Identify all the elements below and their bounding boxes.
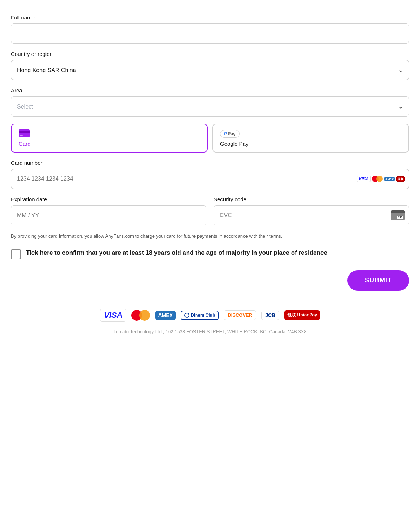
card-number-input[interactable]: [11, 169, 409, 189]
footer-discover-icon: DISCOVER: [224, 310, 256, 320]
cvc-input[interactable]: [214, 205, 409, 225]
mastercard-logo-icon: [372, 175, 383, 183]
area-select-wrapper: Select ⌄: [11, 96, 409, 117]
submit-row: SUBMIT: [11, 270, 409, 291]
visa-logo-icon: VISA: [357, 176, 371, 182]
footer-amex-icon: AMEX: [155, 311, 175, 320]
unionpay-logo-icon: 银联: [396, 176, 405, 182]
full-name-label: Full name: [11, 14, 409, 21]
area-select[interactable]: Select: [11, 96, 409, 117]
footer-company-text: Tomato Technology Ltd., 102 1538 FOSTER …: [11, 329, 409, 334]
footer-logos: VISA AMEX Diners Club DISCOVER JCB 银联 Un…: [11, 309, 409, 322]
country-select[interactable]: Hong Kong SAR China: [11, 60, 409, 80]
age-confirm-checkbox[interactable]: [11, 249, 21, 259]
age-confirm-row: Tick here to confirm that you are at lea…: [11, 249, 409, 259]
payment-methods: Card GPay Google Pay: [11, 124, 409, 153]
footer-jcb-icon: JCB: [261, 311, 279, 320]
footer-diners-icon: Diners Club: [181, 311, 219, 320]
svg-rect-1: [19, 131, 30, 133]
security-col: Security code 135: [214, 196, 409, 225]
footer-visa-icon: VISA: [100, 309, 126, 322]
card-number-label: Card number: [11, 160, 409, 166]
area-group: Area Select ⌄: [11, 87, 409, 117]
country-group: Country or region Hong Kong SAR China ⌄: [11, 51, 409, 80]
disclaimer-text: By providing your card information, you …: [11, 233, 409, 240]
svg-rect-0: [19, 129, 30, 137]
country-select-wrapper: Hong Kong SAR China ⌄: [11, 60, 409, 80]
payment-card-label: Card: [19, 141, 31, 147]
card-number-wrapper: VISA AMEX 银联: [11, 169, 409, 189]
submit-button[interactable]: SUBMIT: [347, 270, 409, 291]
payment-option-card[interactable]: Card: [11, 124, 208, 153]
area-label: Area: [11, 87, 409, 93]
cvc-card-icon: 135: [391, 210, 405, 220]
gpay-logo: GPay: [220, 130, 240, 138]
card-number-group: Card number VISA AMEX 银联: [11, 160, 409, 189]
expiry-input[interactable]: [11, 205, 206, 225]
age-confirm-label: Tick here to confirm that you are at lea…: [26, 249, 327, 257]
amex-logo-icon: AMEX: [384, 177, 395, 181]
expiry-security-row: Expiration date Security code 135: [11, 196, 409, 225]
expiry-col: Expiration date: [11, 196, 206, 225]
full-name-group: Full name: [11, 14, 409, 44]
payment-googlepay-label: Google Pay: [220, 141, 248, 147]
payment-option-googlepay[interactable]: GPay Google Pay: [212, 124, 409, 153]
country-label: Country or region: [11, 51, 409, 57]
expiry-label: Expiration date: [11, 196, 206, 202]
credit-card-icon: [19, 129, 30, 139]
footer-mastercard-icon: [131, 309, 150, 322]
full-name-input[interactable]: [11, 23, 409, 44]
footer-unionpay-icon: 银联 UnionPay: [284, 310, 320, 320]
cvc-wrapper: 135: [214, 205, 409, 225]
card-logos: VISA AMEX 银联: [357, 175, 405, 183]
svg-rect-2: [20, 135, 23, 136]
security-label: Security code: [214, 196, 409, 202]
